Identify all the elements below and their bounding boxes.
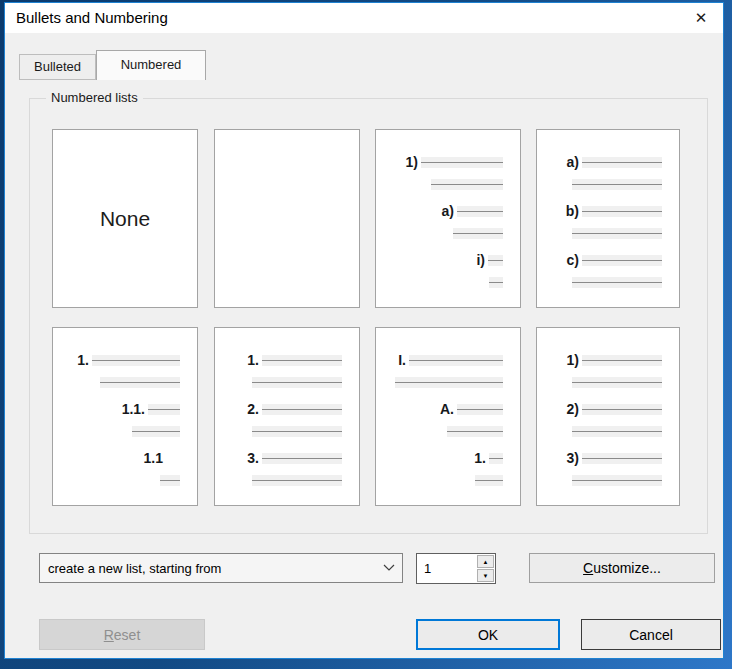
list-line	[582, 255, 662, 266]
tab-numbered-label: Numbered	[121, 57, 182, 72]
preview-I-A-1[interactable]: I. A. 1.	[375, 327, 521, 506]
list-line	[262, 404, 342, 415]
list-line	[421, 157, 503, 168]
tab-numbered[interactable]: Numbered	[96, 50, 206, 80]
list-line	[572, 377, 662, 388]
list-line	[453, 228, 503, 239]
preview-blank[interactable]	[214, 129, 360, 308]
list-mode-dropdown[interactable]: create a new list, starting from	[39, 553, 403, 583]
list-line	[132, 426, 180, 437]
preview-label: 3)	[567, 451, 579, 465]
ok-button-label: OK	[478, 627, 498, 643]
start-number-value: 1	[424, 561, 431, 576]
preview-1paren-a-i[interactable]: 1) a) i)	[375, 129, 521, 308]
list-line	[252, 377, 342, 388]
close-button[interactable]: ✕	[681, 3, 721, 33]
list-line	[160, 475, 180, 486]
reset-button-label: Reset	[104, 627, 141, 643]
cancel-button-label: Cancel	[629, 627, 673, 643]
list-line	[572, 277, 662, 288]
bullets-numbering-dialog: Bullets and Numbering ✕ Bulleted Numbere…	[4, 2, 724, 659]
spin-up-icon: ▲	[483, 559, 489, 565]
numbered-lists-groupbox: Numbered lists None 1) a) i) a) b) c)	[29, 98, 708, 534]
customize-button[interactable]: Customize...	[529, 553, 715, 583]
list-line	[582, 453, 662, 464]
spin-up-button[interactable]: ▲	[477, 555, 494, 568]
tab-bulleted-label: Bulleted	[34, 59, 81, 74]
list-line	[572, 426, 662, 437]
preview-label: a)	[442, 204, 454, 218]
list-line	[447, 426, 503, 437]
cancel-button[interactable]: Cancel	[581, 619, 721, 650]
preview-label: 1.1	[144, 451, 163, 465]
reset-button: Reset	[39, 619, 205, 650]
groupbox-label: Numbered lists	[46, 90, 143, 105]
window-title: Bullets and Numbering	[16, 9, 168, 26]
preview-1-2-3[interactable]: 1. 2. 3.	[214, 327, 360, 506]
preview-1p-2p-3p[interactable]: 1) 2) 3)	[536, 327, 680, 506]
preview-none-label: None	[53, 130, 197, 307]
start-number-input[interactable]: 1 ▲ ▼	[416, 553, 496, 584]
list-line	[100, 377, 180, 388]
list-line	[572, 179, 662, 190]
preview-label: c)	[567, 253, 579, 267]
list-line	[457, 206, 503, 217]
preview-label: 1.	[247, 353, 259, 367]
list-line	[582, 157, 662, 168]
list-line	[582, 206, 662, 217]
list-line	[488, 255, 503, 266]
list-line	[431, 179, 503, 190]
titlebar: Bullets and Numbering ✕	[5, 3, 723, 33]
tab-bulleted[interactable]: Bulleted	[19, 54, 96, 80]
list-line	[252, 426, 342, 437]
list-line	[489, 453, 503, 464]
preview-label: 1.	[77, 353, 89, 367]
list-line	[395, 377, 503, 388]
close-icon: ✕	[695, 9, 708, 27]
spin-down-icon: ▼	[483, 573, 489, 579]
preview-label: i)	[476, 253, 485, 267]
list-line	[582, 404, 662, 415]
list-line	[409, 355, 503, 366]
preview-label: A.	[440, 402, 454, 416]
ok-button[interactable]: OK	[416, 619, 560, 650]
preview-label: 3.	[247, 451, 259, 465]
spin-down-button[interactable]: ▼	[477, 569, 494, 582]
list-line	[475, 475, 503, 486]
preview-label: 1.	[474, 451, 486, 465]
list-line	[457, 404, 503, 415]
list-line	[92, 355, 180, 366]
list-line	[252, 475, 342, 486]
preview-a-b-c[interactable]: a) b) c)	[536, 129, 680, 308]
list-line	[582, 355, 662, 366]
list-line	[262, 355, 342, 366]
preview-label: a)	[567, 155, 579, 169]
list-line	[148, 404, 180, 415]
list-line	[262, 453, 342, 464]
list-line	[489, 277, 503, 288]
customize-button-label: Customize...	[583, 560, 661, 576]
preview-label: 1.1.	[122, 402, 145, 416]
list-line	[572, 475, 662, 486]
preview-label: 1)	[567, 353, 579, 367]
preview-label: b)	[566, 204, 579, 218]
spinner-buttons: ▲ ▼	[477, 555, 494, 582]
chevron-down-icon	[376, 564, 402, 572]
preview-label: 1)	[406, 155, 418, 169]
list-line	[572, 228, 662, 239]
preview-none[interactable]: None	[52, 129, 198, 308]
preview-1-11-11[interactable]: 1. 1.1. 1.1	[52, 327, 198, 506]
list-mode-value: create a new list, starting from	[40, 561, 376, 576]
preview-label: 2)	[567, 402, 579, 416]
preview-label: 2.	[247, 402, 259, 416]
preview-label: I.	[398, 353, 406, 367]
